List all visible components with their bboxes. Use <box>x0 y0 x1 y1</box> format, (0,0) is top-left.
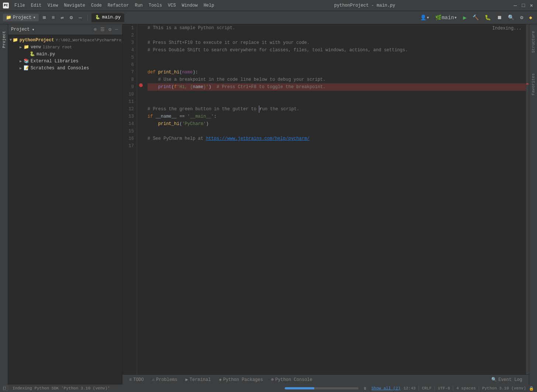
code-token: 'Hi, { <box>177 83 193 91</box>
tree-item-scratches[interactable]: ▶ 📝 Scratches and Consoles <box>8 65 122 72</box>
tree-item-venv[interactable]: ▶ 📁 venv library root <box>8 44 122 51</box>
code-token[interactable]: https://www.jetbrains.com/help/pycharm/ <box>206 135 309 142</box>
tab-todo[interactable]: ≡ TODO <box>125 376 148 384</box>
terminal-icon: ▶ <box>186 377 188 382</box>
status-line-ending[interactable]: CRLF <box>422 386 432 391</box>
build-button[interactable]: 🔨 <box>471 14 481 21</box>
stop-button[interactable]: ⏹ <box>495 14 504 21</box>
code-line-3: # Press Shift+F10 to execute it or repla… <box>148 39 526 46</box>
ln-10: 10 <box>125 91 134 98</box>
tree-item-external-libs[interactable]: ▶ 📚 External Libraries <box>8 58 122 65</box>
tab-python-packages[interactable]: ◈ Python Packages <box>215 376 267 384</box>
tab-problems[interactable]: ⚠ Problems <box>148 376 181 384</box>
close-button[interactable]: ✕ <box>529 3 534 8</box>
ln-7: 7 <box>125 69 134 76</box>
folder-icon-root: 📁 <box>13 37 18 43</box>
tree-arrow-ext: ▶ <box>18 59 23 63</box>
show-all-link[interactable]: Show all (2) <box>371 386 401 391</box>
panel-btn-1[interactable]: ⊞ <box>41 14 48 21</box>
right-side-tabs: Structure Favorites <box>529 24 537 385</box>
code-token: # Use a breakpoint in the code line belo… <box>158 76 326 83</box>
scratches-icon: 📝 <box>24 65 29 71</box>
branch-button[interactable]: 🌿 main ▾ <box>433 14 459 21</box>
profile-button[interactable]: 👤▾ <box>418 14 431 21</box>
menu-code[interactable]: Code <box>89 2 104 9</box>
project-selector[interactable]: 📁 Project ▾ <box>3 14 39 21</box>
ln-11: 11 <box>125 98 134 105</box>
panel-tool-settings[interactable]: ⚙ <box>107 26 112 33</box>
panel-tool-collapse[interactable]: ☰ <box>99 26 106 33</box>
status-indent[interactable]: 4 spaces <box>456 386 476 391</box>
status-bar-left-btn[interactable]: □ <box>3 386 8 391</box>
project-side-tab[interactable]: Project <box>1 28 7 51</box>
code-token: # Press Shift+F10 to execute it or repla… <box>148 39 309 46</box>
code-line-9: print(f'Hi, {name}') # Press Ctrl+F8 to … <box>148 83 526 91</box>
menu-help[interactable]: Help <box>201 2 217 9</box>
project-panel: Project ▾ ⊕ ☰ ⚙ — ▼ 📁 pythonProject Y:\0… <box>8 24 122 385</box>
ln-12: 12 <box>125 105 134 113</box>
panel-tool-minimize[interactable]: — <box>114 26 119 33</box>
jetbrains-button[interactable]: ◆ <box>527 14 534 21</box>
panel-btn-5[interactable]: — <box>77 14 83 21</box>
code-token: print_hi <box>158 120 180 128</box>
tree-arrow-scratch: ▶ <box>18 66 23 70</box>
minimize-button[interactable]: — <box>513 3 518 8</box>
menu-navigate[interactable]: Navigate <box>61 2 88 9</box>
run-button[interactable]: ▶ <box>461 13 468 22</box>
structure-side-tab[interactable]: Structure <box>530 28 536 56</box>
menu-bar[interactable]: File Edit View Navigate Code Refactor Ru… <box>12 2 217 9</box>
status-sep-3 <box>453 386 453 391</box>
settings-button[interactable]: ⚙ <box>518 14 525 21</box>
code-token <box>148 83 158 91</box>
panel-btn-2[interactable]: ≡ <box>50 14 56 21</box>
tree-arrow-root: ▼ <box>10 38 12 42</box>
search-button[interactable]: 🔍 <box>506 14 516 21</box>
tree-label-root: pythonProject <box>20 38 54 43</box>
breakpoint-indicator[interactable] <box>139 83 143 87</box>
tab-event-log[interactable]: 🔍 Event Log <box>488 376 526 384</box>
code-token: # Press the green button in the gutter t… <box>148 105 259 113</box>
window-controls[interactable]: — □ ✕ <box>513 3 534 8</box>
tab-event-log-label: Event Log <box>498 377 522 382</box>
menu-view[interactable]: View <box>45 2 61 9</box>
code-token: # See PyCharm help at <box>148 135 206 142</box>
code-token: un the script. <box>262 105 299 113</box>
code-token: # This is a sample Python script. <box>148 24 235 32</box>
favorites-side-tab[interactable]: Favorites <box>530 70 536 98</box>
title-bar: PC File Edit View Navigate Code Refactor… <box>0 0 537 11</box>
status-charset[interactable]: UTF-8 <box>438 386 450 391</box>
tab-main-py[interactable]: 🐍 main.py <box>91 13 124 22</box>
panel-dropdown-arrow[interactable]: ▾ <box>32 27 34 32</box>
tree-item-main-py[interactable]: 🐍 main.py <box>8 51 122 58</box>
ln-1: 1 <box>125 24 134 32</box>
code-area[interactable]: # This is a sample Python script. # Pres… <box>145 24 529 374</box>
progress-bar-container: □ Indexing Python SDK 'Python 3.10 (venv… <box>0 385 537 392</box>
status-python[interactable]: Python 3.10 (venv) <box>482 386 526 391</box>
window-title: pythonProject - main.py <box>220 3 510 8</box>
menu-run[interactable]: Run <box>132 2 145 9</box>
progress-bar <box>285 387 358 389</box>
code-line-2 <box>148 32 526 39</box>
menu-edit[interactable]: Edit <box>28 2 44 9</box>
code-line-4: # Press Double Shift to search everywher… <box>148 46 526 54</box>
maximize-button[interactable]: □ <box>521 3 526 8</box>
menu-refactor[interactable]: Refactor <box>105 2 132 9</box>
debug-button[interactable]: 🐛 <box>483 14 493 21</box>
code-token: r <box>259 105 262 113</box>
menu-tools[interactable]: Tools <box>146 2 164 9</box>
panel-btn-4[interactable]: ⚙ <box>68 14 75 21</box>
tree-arrow-venv: ▶ <box>18 45 23 49</box>
menu-window[interactable]: Window <box>179 2 200 9</box>
panel-tool-locate[interactable]: ⊕ <box>93 26 98 33</box>
panel-btn-3[interactable]: ⇌ <box>59 14 66 21</box>
tree-item-root[interactable]: ▼ 📁 pythonProject Y:\002_WorkSpace\Pycha… <box>8 37 122 44</box>
python-file-icon: 🐍 <box>95 15 100 20</box>
tab-terminal[interactable]: ▶ Terminal <box>182 376 215 384</box>
menu-file[interactable]: File <box>12 2 28 9</box>
content-area: Project Project ▾ ⊕ ☰ ⚙ — ▼ 📁 pythonProj… <box>0 24 537 385</box>
py-file-icon: 🐍 <box>30 51 35 57</box>
tab-python-console[interactable]: ⊛ Python Console <box>267 376 316 384</box>
pause-icon[interactable]: ⏸ <box>363 386 367 391</box>
menu-vcs[interactable]: VCS <box>165 2 179 9</box>
code-line-15 <box>148 128 526 135</box>
